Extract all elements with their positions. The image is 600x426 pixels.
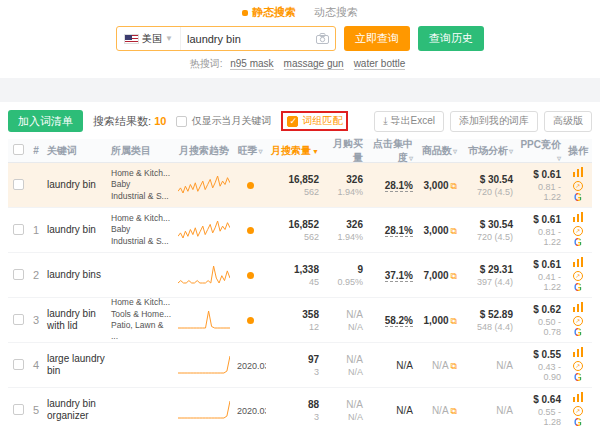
- external-link-icon[interactable]: ⧉: [451, 181, 457, 191]
- google-trends-icon[interactable]: G: [574, 418, 582, 426]
- tab-static-search[interactable]: 静态搜索: [242, 5, 296, 20]
- trend-analysis-icon[interactable]: [573, 167, 583, 179]
- select-all-checkbox[interactable]: [13, 144, 24, 155]
- hot-keyword-link[interactable]: water bottle: [354, 58, 406, 70]
- current-month-checkbox[interactable]: [176, 116, 187, 127]
- table-row[interactable]: 4large laundry bin2020.03973N/AN/AN/AN/A…: [8, 343, 592, 388]
- category-cell: Home & Kitch...Tools & Home...Patio, Law…: [108, 297, 174, 343]
- trend-analysis-icon[interactable]: [573, 212, 583, 224]
- keyword-cell[interactable]: laundry bin: [44, 179, 108, 192]
- keyword-cell[interactable]: laundry bin: [44, 224, 108, 237]
- row-checkbox[interactable]: [13, 179, 24, 190]
- products-cell[interactable]: 1,000⧉: [416, 314, 460, 327]
- keyword-monitor-icon[interactable]: ↗: [573, 361, 583, 371]
- phrase-match-filter[interactable]: 词组匹配: [287, 114, 342, 128]
- google-trends-icon[interactable]: G: [574, 373, 582, 383]
- hot-keywords: n95 maskmassage gunwater bottle: [225, 58, 410, 69]
- season-cell: [234, 269, 266, 281]
- trend-cell: [174, 398, 234, 422]
- keyword-monitor-icon[interactable]: ↗: [573, 271, 583, 281]
- add-to-list-button[interactable]: 加入词清单: [8, 110, 83, 132]
- market-analysis-cell: $ 52.89548 (4.4): [460, 309, 516, 332]
- google-trends-icon[interactable]: G: [574, 193, 582, 203]
- keyword-monitor-icon[interactable]: ↗: [573, 226, 583, 236]
- market-analysis-cell: $ 30.54720 (4.5): [460, 219, 516, 242]
- header-click-share[interactable]: 点击集中度▿: [366, 137, 416, 165]
- purchase-cell: N/AN/A: [322, 399, 366, 422]
- keyword-monitor-icon[interactable]: ↗: [573, 406, 583, 416]
- row-checkbox[interactable]: [13, 269, 24, 280]
- header-search-volume[interactable]: 月搜索量▼: [266, 144, 322, 158]
- search-submit-button[interactable]: 立即查询: [344, 26, 410, 51]
- results-toolbar: 加入词清单 搜索结果数: 10 仅显示当月关键词 词组匹配 ⤓ 导出Excel …: [8, 110, 592, 132]
- header-trend: 月搜索趋势: [174, 144, 234, 158]
- external-link-icon[interactable]: ⧉: [451, 406, 457, 416]
- google-trends-icon[interactable]: G: [574, 238, 582, 248]
- keyword-monitor-icon[interactable]: ↗: [573, 181, 583, 191]
- header-index: #: [28, 145, 44, 156]
- table-row[interactable]: 2laundry bins1,3384590.95%37.1%7,000⧉$ 2…: [8, 253, 592, 298]
- trend-analysis-icon[interactable]: [573, 302, 583, 314]
- search-volume-cell: 883: [266, 399, 322, 422]
- external-link-icon[interactable]: ⧉: [451, 316, 457, 326]
- hot-keyword-link[interactable]: massage gun: [284, 58, 344, 70]
- trend-analysis-icon[interactable]: [573, 347, 583, 359]
- export-excel-button[interactable]: ⤓ 导出Excel: [374, 111, 444, 132]
- products-cell[interactable]: 3,000⧉: [416, 224, 460, 237]
- purchase-cell: 90.95%: [322, 264, 366, 287]
- season-cell: 2020.03: [234, 359, 266, 371]
- header-ppc[interactable]: PPC竞价▿: [516, 138, 564, 163]
- row-checkbox[interactable]: [13, 404, 24, 415]
- row-checkbox[interactable]: [13, 314, 24, 325]
- actions-cell: ↗G: [564, 257, 592, 293]
- camera-icon[interactable]: [316, 33, 329, 44]
- search-history-button[interactable]: 查询历史: [418, 26, 484, 51]
- header-keyword: 关键词: [44, 144, 108, 158]
- current-month-filter[interactable]: 仅显示当月关键词: [176, 114, 271, 128]
- keyword-cell[interactable]: large laundry bin: [44, 353, 108, 378]
- external-link-icon[interactable]: ⧉: [451, 271, 457, 281]
- result-count-value: 10: [154, 115, 166, 127]
- external-link-icon[interactable]: ⧉: [451, 361, 457, 371]
- products-cell[interactable]: N/A⧉: [416, 404, 460, 417]
- advanced-button[interactable]: 高级版: [544, 111, 592, 132]
- trend-analysis-icon[interactable]: [573, 257, 583, 269]
- row-checkbox[interactable]: [13, 359, 24, 370]
- country-selector[interactable]: 美国 ▼: [117, 27, 181, 50]
- row-checkbox[interactable]: [13, 224, 24, 235]
- search-input[interactable]: [181, 33, 316, 45]
- products-cell[interactable]: N/A⧉: [416, 359, 460, 372]
- hot-keyword-link[interactable]: n95 mask: [230, 58, 273, 70]
- trend-cell: [174, 218, 234, 242]
- header-category: 所属类目: [108, 144, 174, 158]
- phrase-match-checkbox[interactable]: [287, 116, 298, 127]
- purchase-cell: 3261.94%: [322, 219, 366, 242]
- trend-analysis-icon[interactable]: [573, 392, 583, 404]
- copy-to-lexicon-button[interactable]: 添加到我的词库: [450, 111, 538, 132]
- google-trends-icon[interactable]: G: [574, 283, 582, 293]
- table-row[interactable]: 3laundry bin with lidHome & Kitch...Tool…: [8, 298, 592, 343]
- filter-icon: ▿: [409, 154, 413, 163]
- header-market[interactable]: 市场分析▿: [460, 144, 516, 158]
- purchase-cell: N/AN/A: [322, 309, 366, 332]
- table-row[interactable]: laundry binHome & Kitch...BabyIndustrial…: [8, 163, 592, 208]
- tab-dynamic-search[interactable]: 动态搜索: [314, 5, 358, 20]
- trend-sparkline: [178, 353, 230, 375]
- table-header: # 关键词 所属类目 月搜索趋势 旺季▿ 月搜索量▼ 月购买量 点击集中度▿ 商…: [8, 139, 592, 163]
- season-cell: [234, 224, 266, 236]
- google-trends-icon[interactable]: G: [574, 328, 582, 338]
- external-link-icon[interactable]: ⧉: [451, 226, 457, 236]
- trend-cell: [174, 263, 234, 287]
- keyword-cell[interactable]: laundry bins: [44, 269, 108, 282]
- peak-season-month: 2020.03: [237, 361, 266, 371]
- keyword-cell[interactable]: laundry bin with lid: [44, 308, 108, 333]
- keyword-monitor-icon[interactable]: ↗: [573, 316, 583, 326]
- table-row[interactable]: 1laundry binHome & Kitch...BabyIndustria…: [8, 208, 592, 253]
- header-products[interactable]: 商品数▿: [416, 144, 460, 158]
- header-season[interactable]: 旺季▿: [234, 144, 266, 158]
- products-cell[interactable]: 3,000⧉: [416, 179, 460, 192]
- products-cell[interactable]: 7,000⧉: [416, 269, 460, 282]
- keyword-cell[interactable]: laundry bin organizer: [44, 398, 108, 423]
- ppc-bid-cell: $ 0.610.81 - 1.22: [516, 214, 564, 247]
- table-row[interactable]: 5laundry bin organizer2020.03883N/AN/AN/…: [8, 388, 592, 426]
